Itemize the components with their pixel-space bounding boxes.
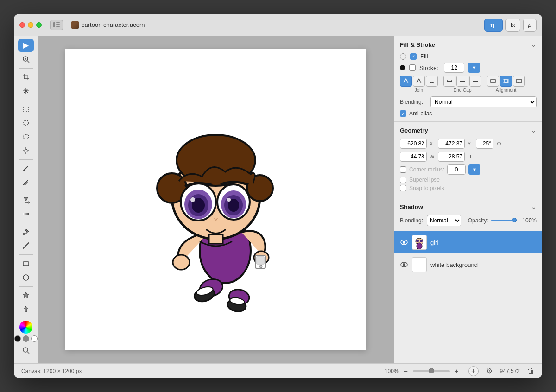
background-color[interactable] [31,335,38,342]
geometry-header: Geometry ⌄ [400,126,537,134]
midground-color[interactable] [23,335,29,342]
lasso-tool[interactable] [18,130,34,143]
minimize-button[interactable] [28,22,33,28]
stroke-value-input[interactable] [444,63,464,73]
layer-name-girl: girl [430,239,438,246]
alignment-label: Alignment [496,88,516,93]
text-tool-button[interactable]: T| [484,19,503,32]
brush-tool[interactable] [18,162,34,175]
titlebar: cartoon character.acorn T| fx p [14,14,542,36]
zoom-minus-button[interactable]: − [402,367,410,375]
shadow-blending-row: Blending: Normal Opacity: 100% [400,215,537,226]
y-label: Y [468,141,473,146]
zoom-tool[interactable] [18,53,34,66]
delete-button[interactable]: 🗑 [527,367,535,375]
app-window: cartoon character.acorn T| fx p ▶ [14,14,542,378]
endcap-btn-1[interactable] [443,76,455,87]
settings-button[interactable]: ⚙ [486,367,493,375]
shadow-blending-label: Blending: [400,217,424,224]
maximize-button[interactable] [36,22,42,28]
svg-rect-2 [56,24,60,25]
endcap-btn-2[interactable] [456,76,468,87]
endcap-btn-3[interactable] [469,76,481,87]
join-btn-2[interactable] [413,76,425,87]
shape-arrow-tool[interactable] [18,303,34,316]
x-input[interactable] [400,139,427,149]
corner-radius-input[interactable] [447,164,466,175]
opacity-slider[interactable] [491,220,517,221]
corner-radius-dropdown[interactable]: ▼ [468,164,480,175]
zoom-plus-button[interactable]: + [453,367,461,375]
zoom-control: 100% − + [385,367,461,375]
magic-wand-tool[interactable] [18,144,34,157]
svg-point-25 [23,348,28,352]
antialias-checkbox[interactable]: ✓ [400,110,406,117]
join-btn-3[interactable] [426,76,438,87]
layer-eye-girl[interactable] [400,238,408,247]
fill-tool[interactable] [18,194,34,207]
corner-radius-label: Corner radius: [409,166,444,173]
fill-stroke-collapse[interactable]: ⌄ [531,41,537,48]
sidebar-toggle-button[interactable] [50,20,63,30]
stroke-dropdown[interactable]: ▼ [468,63,480,73]
zoom-slider-thumb[interactable] [429,368,434,373]
blending-label: Blending: [400,99,427,105]
transform-tool[interactable] [18,84,34,97]
fill-stroke-section: Fill & Stroke ⌄ ✓ Fill Stroke: [394,36,542,122]
snap-pixels-checkbox[interactable] [400,185,406,191]
fx-button[interactable]: fx [505,19,520,32]
shape-star-tool[interactable] [18,289,34,302]
blending-select[interactable]: Normal Multiply Screen [430,96,537,107]
fill-radio[interactable] [400,53,406,60]
h-input[interactable] [438,152,465,162]
svg-point-23 [23,275,29,280]
color-wheel[interactable] [19,321,32,334]
shadow-blending-select[interactable]: Normal [427,215,461,226]
shape-circle-tool[interactable] [18,271,34,284]
select-tool[interactable]: ▶ [18,39,34,52]
layer-white-bg[interactable]: white background [394,253,542,276]
alignment-btn-3[interactable] [513,76,525,87]
corner-radius-checkbox[interactable] [400,166,406,173]
layer-girl[interactable]: girl [394,231,542,253]
gradient-tool[interactable] [18,208,34,221]
svg-line-6 [27,61,29,63]
zoom-slider-track[interactable] [413,370,450,372]
foreground-color[interactable] [14,335,21,342]
fill-checkbox[interactable]: ✓ [410,53,417,60]
stroke-checkbox[interactable] [409,64,416,71]
marquee-circle-tool[interactable] [18,116,34,129]
alignment-btn-2[interactable] [500,76,512,87]
coordinates-label: 947,572 [500,368,520,374]
pen-tool[interactable] [18,225,34,238]
add-layer-button[interactable]: + [468,366,479,376]
svg-point-69 [416,240,419,242]
p-button[interactable]: p [523,19,537,32]
y-input[interactable] [438,139,465,149]
layer-name-bg: white background [430,261,478,268]
degree-input[interactable] [476,139,493,149]
join-btn-1[interactable] [400,76,412,87]
antialias-row: ✓ Anti-alias [400,110,537,117]
crop-tool[interactable] [18,71,34,84]
w-input[interactable] [400,152,427,162]
shape-rect-tool[interactable] [18,257,34,270]
magnify-tool-bottom[interactable] [19,344,32,357]
close-button[interactable] [19,22,25,28]
canvas-size-label: Canvas: 1200 × 1200 px [21,368,82,374]
svg-point-38 [259,265,262,268]
file-title: cartoon character.acorn [71,21,145,29]
pencil-tool[interactable] [18,176,34,189]
shadow-collapse[interactable]: ⌄ [531,203,537,210]
svg-point-16 [23,170,25,171]
superellipse-checkbox[interactable] [400,177,406,183]
blending-row: Blending: Normal Multiply Screen [400,96,537,107]
svg-point-47 [190,197,195,202]
geometry-collapse[interactable]: ⌄ [531,126,537,134]
line-tool[interactable] [18,239,34,252]
alignment-btn-1[interactable] [487,76,499,87]
geometry-section: Geometry ⌄ X Y W H [394,122,542,198]
shadow-title: Shadow [400,203,423,210]
layer-eye-bg[interactable] [400,260,408,269]
marquee-rect-tool[interactable] [18,102,34,115]
